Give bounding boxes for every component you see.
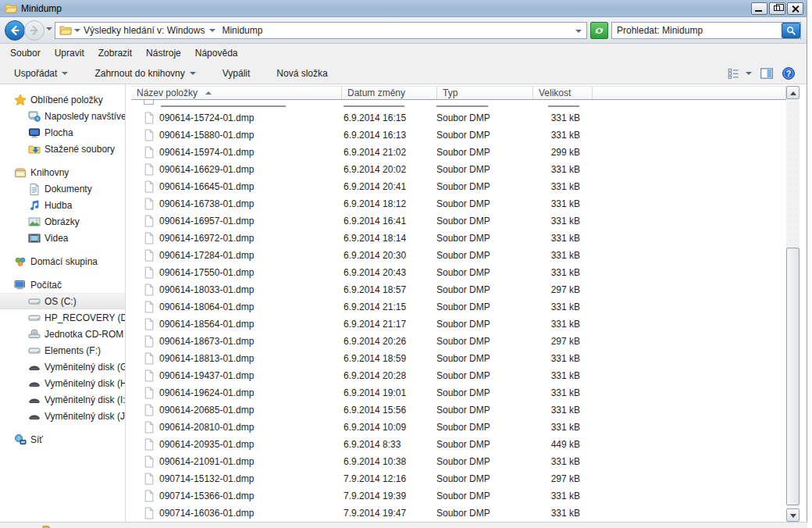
column-header-velikost[interactable]: Velikost — [533, 87, 593, 99]
file-icon — [144, 404, 155, 416]
table-row[interactable]: 090614-15880-01.dmp6.9.2014 16:13Soubor … — [126, 127, 786, 144]
breadcrumb[interactable]: Výsledky hledání v: Windows Minidump — [55, 22, 587, 39]
toolbar-vypalit-button[interactable]: Vypálit — [215, 65, 258, 82]
sidebar-item-knihovny[interactable]: Knihovny — [0, 164, 125, 180]
sidebar-item-label: Jednotka CD-ROM (E:) — [45, 329, 125, 340]
file-type-cell: Soubor DMP — [433, 370, 529, 381]
sidebar-item-label: Domácí skupina — [30, 256, 98, 267]
sidebar-item-vymenitelny-disk-j[interactable]: Vyměnitelný disk (J:) — [0, 408, 125, 424]
scroll-down-button[interactable] — [786, 508, 800, 522]
restore-button[interactable] — [769, 2, 785, 15]
sidebar-item-oblibene-polozky[interactable]: Oblíbené položky — [0, 91, 125, 108]
table-row[interactable]: 090614-18813-01.dmp6.9.2014 18:59Soubor … — [126, 350, 786, 367]
sidebar-item-vymenitelny-disk-g[interactable]: Vyměnitelný disk (G:) — [0, 359, 125, 375]
table-row[interactable]: 090614-15974-01.dmp6.9.2014 21:02Soubor … — [126, 144, 786, 161]
table-row[interactable]: 090614-15724-01.dmp6.9.2014 16:15Soubor … — [126, 109, 786, 127]
sidebar-item-pocitac[interactable]: Počítač — [0, 276, 125, 293]
sidebar-item-stazene-soubory[interactable]: Stažené soubory — [0, 141, 125, 157]
file-name: 090614-20685-01.dmp — [159, 405, 254, 416]
title-bar[interactable]: Minidump — [0, 0, 807, 17]
refresh-button[interactable] — [590, 22, 608, 39]
breadcrumb-chevron-icon[interactable] — [74, 29, 80, 32]
scrollbar-thumb[interactable] — [786, 248, 800, 505]
preview-pane-button[interactable] — [760, 66, 774, 80]
table-row[interactable]: 090614-16738-01.dmp6.9.2014 18:12Soubor … — [126, 195, 786, 212]
sidebar-item-vymenitelny-disk-h[interactable]: Vyměnitelný disk (H:) — [0, 375, 125, 391]
file-name: 090614-15724-01.dmp — [159, 112, 254, 123]
sidebar-item-sit[interactable]: Síť — [0, 431, 125, 448]
table-row[interactable]: 090614-18564-01.dmp6.9.2014 21:17Soubor … — [126, 316, 786, 333]
sidebar-item-plocha[interactable]: Plocha — [0, 124, 125, 141]
breadcrumb-current[interactable]: Minidump — [219, 23, 265, 38]
file-name-cell: 090614-16629-01.dmp — [126, 163, 337, 176]
address-dropdown-button[interactable] — [572, 25, 585, 36]
table-row[interactable]: 090614-20685-01.dmp6.9.2014 15:56Soubor … — [126, 401, 786, 419]
sidebar-item-elements-f[interactable]: Elements (F:) — [0, 342, 125, 359]
menu-soubor[interactable]: Soubor — [3, 46, 48, 60]
table-row[interactable]: 090614-19437-01.dmp6.9.2014 20:28Soubor … — [126, 367, 786, 384]
vertical-scrollbar[interactable] — [786, 86, 800, 522]
sidebar-item-naposledy-navstiven[interactable]: Naposledy navštíven — [0, 108, 125, 124]
help-button[interactable]: ? — [782, 66, 796, 80]
sidebar-item-domaci-skupina[interactable]: Domácí skupina — [0, 253, 125, 269]
table-row[interactable]: 090614-16957-01.dmp6.9.2014 16:41Soubor … — [126, 212, 786, 230]
menu-napoveda[interactable]: Nápověda — [188, 46, 245, 60]
views-button[interactable] — [727, 66, 752, 80]
sidebar-item-hp-recovery-d[interactable]: HP_RECOVERY (D:) — [0, 309, 125, 326]
toolbar-label: Vypálit — [223, 68, 251, 79]
file-size-cell: 331 kB — [529, 319, 588, 330]
table-row[interactable]: 090614-17284-01.dmp6.9.2014 20:30Soubor … — [126, 247, 786, 264]
table-row[interactable]: 090714-15132-01.dmp7.9.2014 12:16Soubor … — [126, 470, 786, 487]
menu-upravit[interactable]: Upravit — [48, 46, 91, 60]
table-row[interactable]: 090614-18673-01.dmp6.9.2014 20:26Soubor … — [126, 333, 786, 350]
chevron-down-icon[interactable] — [209, 29, 215, 32]
table-row[interactable]: 090614-20810-01.dmp6.9.2014 10:09Soubor … — [126, 419, 786, 436]
table-row[interactable]: 090614-16972-01.dmp6.9.2014 18:14Soubor … — [126, 230, 786, 247]
toolbar-nova-slozka-button[interactable]: Nová složka — [269, 65, 335, 82]
table-row[interactable]: 090614-20935-01.dmp6.9.2014 8:33Soubor D… — [126, 436, 786, 453]
forward-button[interactable] — [24, 20, 45, 41]
search-input[interactable] — [612, 25, 782, 36]
toolbar-zahrnout-do-knihovny-button[interactable]: Zahrnout do knihovny — [87, 65, 203, 82]
menu-nastroje[interactable]: Nástroje — [139, 46, 188, 60]
file-date-cell: 6.9.2014 21:17 — [337, 319, 433, 330]
sidebar-item-os-c[interactable]: OS (C:) — [0, 293, 125, 309]
column-header-datum-zmeny[interactable]: Datum změny — [342, 87, 437, 99]
column-header-typ[interactable]: Typ — [437, 87, 533, 99]
file-type-cell: Soubor DMP — [433, 250, 529, 261]
back-button[interactable] — [5, 20, 25, 41]
file-name-cell: 090614-15974-01.dmp — [126, 146, 337, 159]
breadcrumb-root[interactable]: Výsledky hledání v: Windows — [80, 23, 219, 38]
navigation-pane: Oblíbené položkyNaposledy navštívenPloch… — [0, 84, 126, 522]
search-button[interactable] — [782, 23, 800, 38]
table-row[interactable]: 090714-16036-01.dmp7.9.2014 19:47Soubor … — [126, 505, 786, 522]
history-chevron-icon[interactable] — [46, 27, 52, 30]
sidebar-item-dokumenty[interactable]: Dokumenty — [0, 180, 125, 197]
close-button[interactable] — [787, 2, 803, 15]
chevron-down-icon — [62, 72, 68, 75]
table-row[interactable]: 090714-15366-01.dmp7.9.2014 19:39Soubor … — [126, 487, 786, 505]
table-row[interactable]: 090614-17550-01.dmp6.9.2014 20:43Soubor … — [126, 264, 786, 281]
toolbar-usporadat-button[interactable]: Uspořádat — [6, 65, 76, 82]
sidebar-item-label: Videa — [45, 233, 68, 244]
file-name-cell: 090714-15366-01.dmp — [126, 490, 337, 502]
table-row[interactable]: 090614-16645-01.dmp6.9.2014 20:41Soubor … — [126, 178, 786, 195]
sidebar-item-vymenitelny-disk-i[interactable]: Vyměnitelný disk (I:) — [0, 391, 125, 408]
table-row[interactable]: 090614-21091-01.dmp6.9.2014 10:38Soubor … — [126, 453, 786, 470]
file-type-cell: Soubor DMP — [433, 508, 529, 519]
minimize-button[interactable] — [751, 2, 767, 15]
table-row[interactable]: 090614-18064-01.dmp6.9.2014 21:15Soubor … — [126, 298, 786, 316]
file-name-cell: 090614-19437-01.dmp — [126, 369, 337, 382]
table-row[interactable]: 090614-18033-01.dmp6.9.2014 18:57Soubor … — [126, 281, 786, 298]
sidebar-item-videa[interactable]: Videa — [0, 230, 125, 246]
file-size-cell: 299 kB — [529, 147, 588, 158]
scroll-up-button[interactable] — [786, 86, 800, 99]
column-header-label: Typ — [443, 87, 458, 98]
sidebar-item-hudba[interactable]: Hudba — [0, 197, 125, 213]
column-header-nazev-polozky[interactable]: Název položky — [131, 87, 342, 99]
menu-zobrazit[interactable]: Zobrazit — [91, 46, 139, 60]
table-row[interactable]: 090614-16629-01.dmp6.9.2014 20:02Soubor … — [126, 161, 786, 178]
sidebar-item-obrazky[interactable]: Obrázky — [0, 213, 125, 230]
table-row[interactable]: 090614-19624-01.dmp6.9.2014 19:01Soubor … — [126, 384, 786, 401]
sidebar-item-jednotka-cd-rom-e[interactable]: Jednotka CD-ROM (E:) — [0, 326, 125, 342]
